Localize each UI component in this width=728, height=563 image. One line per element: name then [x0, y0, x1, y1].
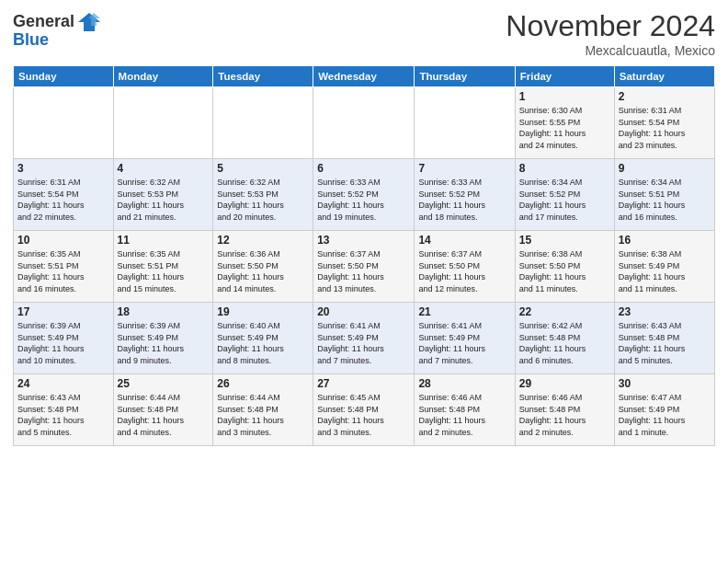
day-cell: 10Sunrise: 6:35 AMSunset: 5:51 PMDayligh…: [14, 231, 114, 303]
day-info: Sunrise: 6:38 AMSunset: 5:50 PMDaylight:…: [519, 248, 610, 294]
day-info: Sunrise: 6:41 AMSunset: 5:49 PMDaylight:…: [418, 320, 510, 366]
day-info: Sunrise: 6:32 AMSunset: 5:53 PMDaylight:…: [217, 177, 309, 223]
day-info: Sunrise: 6:36 AMSunset: 5:50 PMDaylight:…: [217, 248, 309, 294]
day-number: 21: [418, 305, 510, 318]
day-cell: 6Sunrise: 6:33 AMSunset: 5:52 PMDaylight…: [313, 159, 415, 231]
day-cell: 4Sunrise: 6:32 AMSunset: 5:53 PMDaylight…: [113, 159, 213, 231]
day-info: Sunrise: 6:40 AMSunset: 5:49 PMDaylight:…: [217, 320, 309, 366]
day-number: 24: [17, 377, 109, 390]
day-info: Sunrise: 6:39 AMSunset: 5:49 PMDaylight:…: [118, 320, 210, 366]
day-number: 5: [217, 162, 309, 175]
week-row-5: 24Sunrise: 6:43 AMSunset: 5:48 PMDayligh…: [14, 374, 715, 446]
location: Mexcalcuautla, Mexico: [506, 43, 715, 58]
header: General Blue November 2024 Mexcalcuautla…: [13, 9, 715, 58]
day-info: Sunrise: 6:38 AMSunset: 5:49 PMDaylight:…: [619, 248, 711, 294]
week-row-2: 3Sunrise: 6:31 AMSunset: 5:54 PMDaylight…: [14, 159, 715, 231]
page: General Blue November 2024 Mexcalcuautla…: [0, 0, 728, 452]
weekday-header-monday: Monday: [113, 66, 213, 87]
day-number: 20: [317, 305, 410, 318]
day-cell: 9Sunrise: 6:34 AMSunset: 5:51 PMDaylight…: [614, 159, 714, 231]
day-cell: 5Sunrise: 6:32 AMSunset: 5:53 PMDaylight…: [213, 159, 313, 231]
day-number: 7: [418, 162, 510, 175]
day-cell: 30Sunrise: 6:47 AMSunset: 5:49 PMDayligh…: [614, 374, 714, 446]
day-info: Sunrise: 6:39 AMSunset: 5:49 PMDaylight:…: [17, 320, 109, 366]
day-number: 13: [317, 234, 410, 247]
day-cell: 26Sunrise: 6:44 AMSunset: 5:48 PMDayligh…: [213, 374, 313, 446]
day-cell: [213, 87, 313, 159]
day-cell: 3Sunrise: 6:31 AMSunset: 5:54 PMDaylight…: [14, 159, 114, 231]
week-row-3: 10Sunrise: 6:35 AMSunset: 5:51 PMDayligh…: [14, 231, 715, 303]
day-info: Sunrise: 6:34 AMSunset: 5:51 PMDaylight:…: [619, 177, 711, 223]
day-number: 22: [519, 305, 610, 318]
day-cell: [313, 87, 415, 159]
day-number: 4: [118, 162, 210, 175]
day-cell: 20Sunrise: 6:41 AMSunset: 5:49 PMDayligh…: [313, 303, 415, 374]
day-info: Sunrise: 6:31 AMSunset: 5:54 PMDaylight:…: [619, 105, 711, 151]
day-cell: 13Sunrise: 6:37 AMSunset: 5:50 PMDayligh…: [313, 231, 415, 303]
day-cell: 21Sunrise: 6:41 AMSunset: 5:49 PMDayligh…: [415, 303, 515, 374]
day-number: 9: [619, 162, 711, 175]
day-cell: 15Sunrise: 6:38 AMSunset: 5:50 PMDayligh…: [515, 231, 614, 303]
day-number: 16: [619, 234, 711, 247]
day-info: Sunrise: 6:37 AMSunset: 5:50 PMDaylight:…: [418, 248, 510, 294]
day-cell: 16Sunrise: 6:38 AMSunset: 5:49 PMDayligh…: [614, 231, 714, 303]
weekday-header-thursday: Thursday: [415, 66, 515, 87]
day-info: Sunrise: 6:42 AMSunset: 5:48 PMDaylight:…: [519, 320, 610, 366]
day-info: Sunrise: 6:44 AMSunset: 5:48 PMDaylight:…: [217, 392, 309, 438]
day-info: Sunrise: 6:44 AMSunset: 5:48 PMDaylight:…: [118, 392, 210, 438]
day-number: 12: [217, 234, 309, 247]
day-cell: 18Sunrise: 6:39 AMSunset: 5:49 PMDayligh…: [113, 303, 213, 374]
weekday-header-row: SundayMondayTuesdayWednesdayThursdayFrid…: [14, 66, 715, 87]
day-info: Sunrise: 6:35 AMSunset: 5:51 PMDaylight:…: [17, 248, 109, 294]
calendar: SundayMondayTuesdayWednesdayThursdayFrid…: [13, 65, 715, 446]
day-number: 25: [118, 377, 210, 390]
week-row-1: 1Sunrise: 6:30 AMSunset: 5:55 PMDaylight…: [14, 87, 715, 159]
day-cell: 28Sunrise: 6:46 AMSunset: 5:48 PMDayligh…: [415, 374, 515, 446]
day-info: Sunrise: 6:30 AMSunset: 5:55 PMDaylight:…: [519, 105, 610, 151]
weekday-header-friday: Friday: [515, 66, 614, 87]
day-cell: 14Sunrise: 6:37 AMSunset: 5:50 PMDayligh…: [415, 231, 515, 303]
day-number: 3: [17, 162, 109, 175]
day-info: Sunrise: 6:33 AMSunset: 5:52 PMDaylight:…: [418, 177, 510, 223]
day-number: 11: [118, 234, 210, 247]
day-info: Sunrise: 6:31 AMSunset: 5:54 PMDaylight:…: [17, 177, 109, 223]
logo-general: General: [13, 13, 74, 31]
day-number: 14: [418, 234, 510, 247]
day-info: Sunrise: 6:35 AMSunset: 5:51 PMDaylight:…: [118, 248, 210, 294]
day-info: Sunrise: 6:34 AMSunset: 5:52 PMDaylight:…: [519, 177, 610, 223]
day-number: 27: [317, 377, 410, 390]
day-cell: 19Sunrise: 6:40 AMSunset: 5:49 PMDayligh…: [213, 303, 313, 374]
day-info: Sunrise: 6:46 AMSunset: 5:48 PMDaylight:…: [418, 392, 510, 438]
day-number: 19: [217, 305, 309, 318]
day-info: Sunrise: 6:41 AMSunset: 5:49 PMDaylight:…: [317, 320, 410, 366]
day-info: Sunrise: 6:46 AMSunset: 5:48 PMDaylight:…: [519, 392, 610, 438]
day-number: 30: [619, 377, 711, 390]
day-cell: [113, 87, 213, 159]
day-number: 6: [317, 162, 410, 175]
day-number: 1: [519, 90, 610, 103]
day-info: Sunrise: 6:37 AMSunset: 5:50 PMDaylight:…: [317, 248, 410, 294]
weekday-header-wednesday: Wednesday: [313, 66, 415, 87]
day-number: 29: [519, 377, 610, 390]
day-number: 26: [217, 377, 309, 390]
day-cell: 1Sunrise: 6:30 AMSunset: 5:55 PMDaylight…: [515, 87, 614, 159]
day-number: 17: [17, 305, 109, 318]
day-number: 18: [118, 305, 210, 318]
day-cell: 24Sunrise: 6:43 AMSunset: 5:48 PMDayligh…: [14, 374, 114, 446]
day-cell: [415, 87, 515, 159]
logo: General Blue: [13, 9, 102, 50]
logo-icon: [76, 9, 102, 35]
day-info: Sunrise: 6:43 AMSunset: 5:48 PMDaylight:…: [17, 392, 109, 438]
day-cell: 22Sunrise: 6:42 AMSunset: 5:48 PMDayligh…: [515, 303, 614, 374]
day-cell: 8Sunrise: 6:34 AMSunset: 5:52 PMDaylight…: [515, 159, 614, 231]
week-row-4: 17Sunrise: 6:39 AMSunset: 5:49 PMDayligh…: [14, 303, 715, 374]
day-cell: 2Sunrise: 6:31 AMSunset: 5:54 PMDaylight…: [614, 87, 714, 159]
day-cell: 12Sunrise: 6:36 AMSunset: 5:50 PMDayligh…: [213, 231, 313, 303]
day-cell: 17Sunrise: 6:39 AMSunset: 5:49 PMDayligh…: [14, 303, 114, 374]
weekday-header-saturday: Saturday: [614, 66, 714, 87]
day-info: Sunrise: 6:47 AMSunset: 5:49 PMDaylight:…: [619, 392, 711, 438]
day-cell: 11Sunrise: 6:35 AMSunset: 5:51 PMDayligh…: [113, 231, 213, 303]
day-info: Sunrise: 6:45 AMSunset: 5:48 PMDaylight:…: [317, 392, 410, 438]
day-cell: [14, 87, 114, 159]
weekday-header-sunday: Sunday: [14, 66, 114, 87]
